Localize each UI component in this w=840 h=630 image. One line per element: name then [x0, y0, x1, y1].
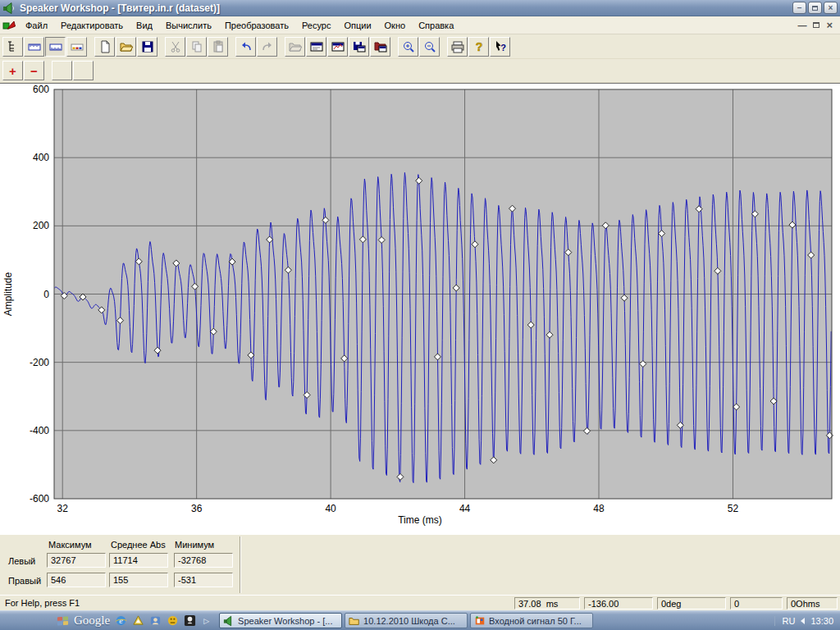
quick-launch-sprite-icon[interactable] [167, 614, 179, 627]
speaker-task-icon [223, 615, 235, 627]
quick-launch: Google e ▷ [2, 614, 217, 628]
quick-launch-expand-icon[interactable]: ▷ [201, 617, 212, 625]
minimize-button[interactable]: – [792, 2, 806, 14]
internet-explorer-icon[interactable]: e [115, 614, 127, 627]
cut-button [165, 37, 185, 57]
menu-view[interactable]: Вид [130, 17, 159, 34]
zoom-out-button[interactable] [419, 37, 440, 57]
window-title: Speaker Workshop - [Твитер.in.r (dataset… [20, 2, 220, 14]
tree-view-button[interactable] [2, 37, 23, 57]
about-button[interactable]: ? [468, 37, 489, 57]
export-folder-button[interactable] [370, 37, 390, 57]
status-impedance: 0Ohms [787, 597, 838, 609]
open-button[interactable] [116, 37, 136, 57]
svg-text:e: e [119, 616, 123, 625]
clock: 13:30 [810, 616, 833, 626]
ruler-view-button-2[interactable] [45, 37, 66, 57]
app-speaker-icon [2, 2, 16, 15]
ruler-view-button-1[interactable] [24, 37, 44, 57]
ruler-icon [49, 40, 62, 53]
x-axis-title: Time (ms) [398, 514, 442, 526]
add-dataset-button[interactable]: + [2, 61, 23, 80]
language-indicator[interactable]: RU [783, 616, 796, 626]
ruler-color-icon [71, 40, 84, 53]
restore-button[interactable] [808, 2, 822, 14]
open-folder-icon [120, 40, 133, 53]
task-label: Speaker Workshop - [... [238, 616, 332, 626]
menu-transform[interactable]: Преобразовать [218, 17, 295, 34]
mdi-restore-button[interactable] [813, 22, 819, 28]
properties-window-button[interactable] [306, 37, 326, 57]
paste-button [208, 37, 228, 57]
stat-right-min: -531 [174, 573, 233, 587]
paste-clipboard-icon [212, 40, 225, 53]
zoom-in-button[interactable] [398, 37, 418, 57]
google-toolbar-label[interactable]: Google [74, 614, 110, 628]
status-aux: 0 [730, 597, 783, 609]
stats-row-label-right: Правый [8, 576, 41, 586]
menu-window[interactable]: Окно [378, 17, 413, 34]
x-tick-label: 48 [593, 503, 605, 514]
stat-left-min: -32768 [174, 553, 233, 568]
stat-left-max: 32767 [47, 553, 106, 568]
redo-button [257, 37, 277, 57]
menu-help[interactable]: Справка [412, 17, 460, 34]
status-message: For Help, press F1 [2, 598, 510, 608]
quick-launch-messenger-icon[interactable] [149, 614, 162, 627]
y-axis-title: Amplitude [2, 272, 14, 317]
save-floppy-icon [141, 40, 154, 53]
taskbar-task-folder[interactable]: 10.12.2010 Шкода С... [345, 613, 468, 628]
stats-header-min: Минимум [175, 540, 214, 550]
close-button[interactable]: × [824, 2, 838, 14]
y-tick-label: -200 [30, 357, 49, 368]
quick-launch-dark-icon[interactable] [184, 614, 196, 627]
document-icon[interactable] [2, 19, 16, 32]
x-tick-label: 44 [459, 503, 471, 514]
chart-window-button[interactable] [327, 37, 348, 57]
printer-icon [451, 40, 464, 53]
folder-red-icon [374, 40, 387, 53]
status-phase: 0deg [657, 597, 726, 609]
properties-window-icon [310, 40, 323, 53]
mdi-minimize-button[interactable]: — [797, 21, 806, 30]
stat-right-max: 546 [47, 573, 106, 587]
context-help-button[interactable]: ? [490, 37, 510, 57]
waveform-chart[interactable]: 6004002000-200-400-600323640444852Time (… [0, 84, 840, 535]
new-document-icon [98, 40, 112, 53]
y-tick-label: 200 [33, 220, 49, 231]
y-tick-label: -400 [30, 425, 49, 436]
stats-header-avg: Среднее Abs [111, 540, 166, 550]
save-chart-button[interactable] [349, 37, 369, 57]
status-value: -136.00 [584, 597, 653, 609]
print-button[interactable] [447, 37, 468, 57]
context-help-icon: ? [494, 40, 507, 53]
menu-file[interactable]: Файл [19, 17, 54, 34]
task-label: 10.12.2010 Шкода С... [363, 616, 455, 626]
menu-options[interactable]: Опции [337, 17, 377, 34]
taskbar-task-signal[interactable]: Входной сигнал 50 Г... [470, 613, 593, 628]
plus-icon: + [9, 65, 16, 77]
ruler-view-button-3[interactable] [66, 37, 87, 57]
title-bar: Speaker Workshop - [Твитер.in.r (dataset… [0, 0, 840, 16]
menu-calculate[interactable]: Вычислить [159, 17, 218, 34]
mdi-close-button[interactable]: × [826, 19, 833, 31]
menu-edit[interactable]: Редактировать [54, 17, 130, 34]
menu-resource[interactable]: Ресурс [295, 17, 337, 34]
empty-button-1 [52, 61, 72, 80]
windows-flag-icon[interactable] [57, 615, 69, 627]
redo-icon [261, 40, 274, 53]
folder-gray-icon [289, 40, 302, 53]
y-tick-label: 0 [43, 289, 49, 300]
taskbar-task-speaker-workshop[interactable]: Speaker Workshop - [... [219, 613, 342, 628]
save-button[interactable] [137, 37, 158, 57]
new-button[interactable] [94, 37, 115, 57]
remove-dataset-button[interactable]: − [24, 61, 44, 80]
undo-button[interactable] [235, 37, 256, 57]
folder-task-icon [349, 615, 360, 627]
svg-text:?: ? [500, 43, 506, 52]
hide-icons-chevron[interactable] [801, 618, 805, 624]
x-tick-label: 32 [57, 503, 69, 514]
cut-scissors-icon [169, 40, 182, 53]
quick-launch-triangle-icon[interactable] [132, 614, 144, 627]
status-bar: For Help, press F1 37.08 ms -136.00 0deg… [0, 595, 840, 610]
